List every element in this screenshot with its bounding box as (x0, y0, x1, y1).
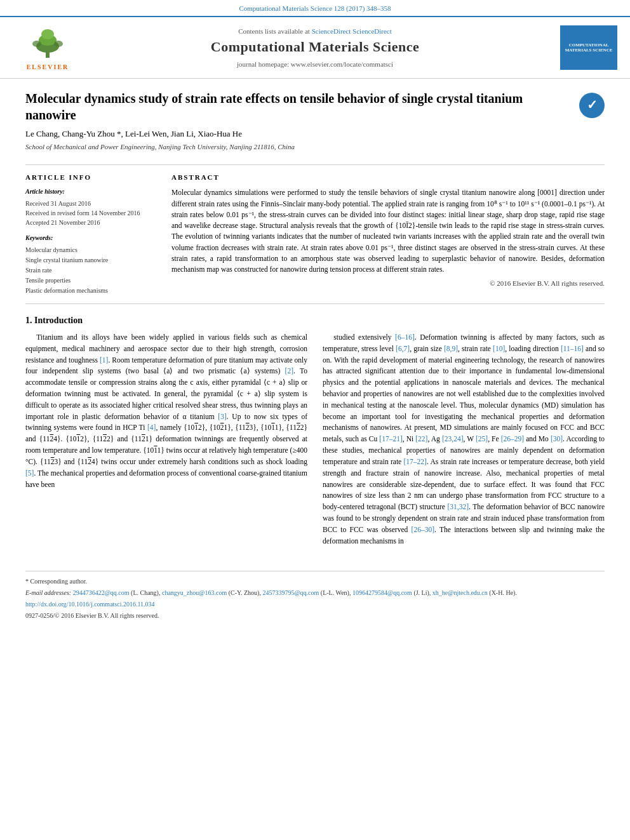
received-date: Received 31 August 2016 (25, 199, 152, 208)
email-chang-name: (L. Chang), (131, 589, 162, 596)
cms-logo-text: COMPUTATIONAL MATERIALS SCIENCE (563, 43, 615, 53)
contents-text: Contents lists available at (238, 27, 310, 35)
ref-22: [22] (415, 435, 427, 443)
sciencedirect-link[interactable]: ScienceDirect (312, 27, 351, 35)
ref-6-7: [6,7] (396, 345, 410, 352)
elsevier-wordmark: ELSEVIER (27, 63, 69, 72)
ref-1: [1] (100, 356, 108, 364)
email-he: xh_he@njtech.edu.cn (432, 589, 488, 596)
crossmark-svg: ✓ (580, 94, 603, 117)
intro-p1: Titanium and its alloys have been widely… (25, 332, 307, 490)
elsevier-tree-icon (19, 23, 76, 62)
cms-logo: COMPUTATIONAL MATERIALS SCIENCE (547, 25, 617, 70)
email-wen: 2457339795@qq.com (262, 589, 319, 596)
keyword-5: Plastic deformation mechanisms (25, 286, 152, 296)
keyword-4: Tensile properties (25, 276, 152, 286)
authors-text: Le Chang, Chang-Yu Zhou *, Lei-Lei Wen, … (25, 129, 242, 138)
revised-date: Received in revised form 14 November 201… (25, 208, 152, 218)
email-wen-name: (L-L. Wen), (321, 589, 352, 596)
introduction-heading: 1. Introduction (25, 314, 605, 327)
contents-line: Contents lists available at ScienceDirec… (83, 27, 547, 36)
doi-text: http://dx.doi.org/10.1016/j.commatsci.20… (25, 601, 155, 608)
page-content: Molecular dynamics study of strain rate … (0, 79, 630, 621)
issn-line: 0927-0256/© 2016 Elsevier B.V. All right… (25, 611, 605, 621)
email-li-name: (J. Li), (413, 589, 432, 596)
article-title-section: Molecular dynamics study of strain rate … (25, 79, 605, 165)
email-label: E-mail addresses: (25, 589, 73, 596)
authors: Le Chang, Chang-Yu Zhou *, Lei-Lei Wen, … (25, 128, 566, 140)
history-label: Article history: (25, 187, 152, 196)
keywords-label: Keywords: (25, 234, 152, 243)
article-title: Molecular dynamics study of strain rate … (25, 90, 566, 123)
ref-30: [30] (551, 435, 563, 443)
doi-line[interactable]: http://dx.doi.org/10.1016/j.commatsci.20… (25, 599, 605, 610)
ref-2: [2] (285, 367, 293, 375)
svg-point-5 (54, 41, 63, 47)
email-zhou-name: (C-Y. Zhou), (229, 589, 263, 596)
email-chang: 2944736422@qq.com (73, 589, 130, 596)
journal-citation: Computational Materials Science 128 (201… (0, 0, 630, 16)
ref-31-32: [31,32] (447, 503, 469, 510)
ref-26-30: [26–30] (412, 526, 434, 533)
affiliation: School of Mechanical and Power Engineeri… (25, 142, 566, 152)
ref-23-24: [23,24] (442, 435, 464, 443)
keywords-list: Molecular dynamics Single crystal titani… (25, 245, 152, 296)
homepage-text: journal homepage: www.elsevier.com/locat… (237, 60, 393, 68)
intro-col-left: Titanium and its alloys have been widely… (25, 332, 307, 550)
ref-17-21: [17–21] (379, 435, 402, 443)
info-abstract-section: ARTICLE INFO Article history: Received 3… (25, 165, 605, 304)
elsevier-logo: ELSEVIER (13, 23, 83, 72)
ref-4: [4] (147, 423, 156, 431)
crossmark-badge[interactable]: ✓ (579, 93, 605, 118)
citation-text: Computational Materials Science 128 (201… (239, 4, 391, 12)
svg-point-3 (41, 29, 54, 39)
ref-5: [5] (25, 469, 34, 477)
abstract-text: Molecular dynamics simulations were perf… (171, 187, 605, 275)
keyword-3: Strain rate (25, 265, 152, 276)
article-info: ARTICLE INFO Article history: Received 3… (25, 173, 152, 296)
ref-6-16: [6–16] (395, 333, 415, 341)
journal-header: ELSEVIER Contents lists available at Sci… (0, 16, 630, 79)
intro-p2: studied extensively [6–16]. Deformation … (323, 332, 605, 547)
email-zhou: changyu_zhou@163.com (162, 589, 227, 596)
intro-col-right: studied extensively [6–16]. Deformation … (323, 332, 605, 550)
corresponding-note: * Corresponding author. (25, 577, 605, 587)
copyright: © 2016 Elsevier B.V. All rights reserved… (171, 279, 605, 288)
ref-8-9: [8,9] (444, 345, 458, 352)
ref-17-22: [17–22] (404, 458, 427, 465)
introduction-section: 1. Introduction Titanium and its alloys … (25, 304, 605, 561)
email-note: E-mail addresses: 2944736422@qq.com (L. … (25, 588, 605, 598)
ref-26-29: [26–29] (501, 435, 524, 443)
introduction-body: Titanium and its alloys have been widely… (25, 332, 605, 550)
keyword-2: Single crystal titanium nanowire (25, 255, 152, 265)
accepted-date: Accepted 21 November 2016 (25, 218, 152, 227)
journal-header-center: Contents lists available at ScienceDirec… (83, 27, 547, 70)
email-he-name: (X-H. He). (489, 589, 517, 596)
svg-text:✓: ✓ (587, 98, 598, 112)
sciencedirect-link-text[interactable]: ScienceDirect (352, 27, 392, 35)
article-info-heading: ARTICLE INFO (25, 173, 152, 182)
ref-25: [25] (476, 435, 488, 443)
ref-10: [10] (493, 345, 505, 352)
footnotes: * Corresponding author. E-mail addresses… (25, 571, 605, 621)
email-li: 10964279584@qq.com (352, 589, 412, 596)
cms-logo-box: COMPUTATIONAL MATERIALS SCIENCE (560, 25, 617, 70)
article-title-block: Molecular dynamics study of strain rate … (25, 90, 579, 158)
svg-point-4 (32, 41, 41, 47)
journal-homepage: journal homepage: www.elsevier.com/locat… (83, 60, 547, 69)
keyword-1: Molecular dynamics (25, 245, 152, 255)
journal-title: Computational Materials Science (83, 37, 547, 57)
ref-3: [3] (218, 413, 226, 420)
ref-11-16: [11–16] (561, 345, 584, 352)
abstract-section: ABSTRACT Molecular dynamics simulations … (171, 173, 605, 296)
crossmark-icon: ✓ (579, 93, 605, 118)
abstract-heading: ABSTRACT (171, 173, 605, 182)
